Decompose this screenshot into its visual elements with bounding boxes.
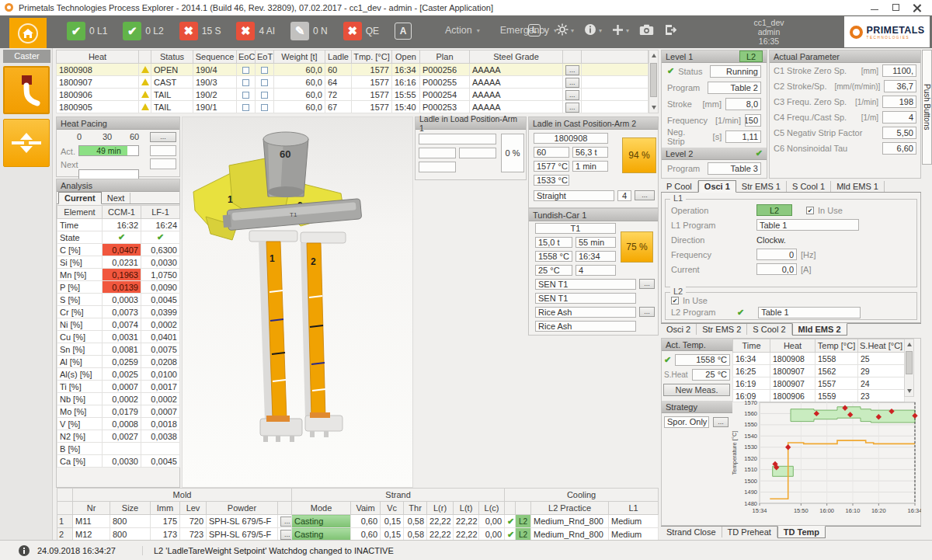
heat-more-button[interactable]: ... <box>565 78 579 88</box>
heat-more-button[interactable]: ... <box>565 103 579 113</box>
sidebar-mold-button[interactable] <box>3 119 50 167</box>
heat-row[interactable]: 1800905 TAIL 190/1 60,0 67 1577 15:40 P0… <box>57 101 649 113</box>
status-indicator[interactable]: ✔ 0 L2 <box>123 22 163 40</box>
temp-row[interactable]: 16:34 1800908 1558 25 <box>733 353 905 365</box>
osci-tab[interactable]: P Cool <box>661 181 698 192</box>
osci-tab[interactable]: Str EMS 1 <box>736 181 787 192</box>
level1-negstrip-field[interactable]: 1,11 <box>725 130 761 143</box>
td-temp-chart[interactable]: 1480149015001510152015301540155015601570… <box>730 398 921 525</box>
analysis-row[interactable]: P [%] 0,0139 0,0090 <box>57 281 180 294</box>
analysis-row[interactable]: Cr [%] 0,0073 0,0399 <box>57 306 180 318</box>
analysis-row[interactable]: Cu [%] 0,0031 0,0401 <box>57 331 180 343</box>
l1-current-field[interactable]: 0,0 <box>756 263 797 275</box>
l2-in-use-checkbox[interactable]: ✔ <box>671 297 679 304</box>
status-indicator[interactable]: ✎ 0 N <box>290 22 328 40</box>
add-menu-button[interactable]: ▾ <box>612 24 629 37</box>
osci-tab[interactable]: Osci 1 <box>698 180 736 193</box>
l2-program-field[interactable]: Table 1 <box>758 307 861 318</box>
push-buttons-tab[interactable]: Push Buttons <box>922 50 932 165</box>
parameter-value-field[interactable]: 5,50 <box>882 127 916 139</box>
heat-row[interactable]: 1800906 TAIL 190/2 60,0 72 1577 15:55 P0… <box>57 89 649 101</box>
strand-row[interactable]: 2 M12 800 173 723 SPH-SL 679/5-F ... Cas… <box>57 528 659 541</box>
sen-more-button[interactable]: ... <box>639 279 655 289</box>
analysis-row[interactable]: Time 16:32 16:24 <box>57 219 180 231</box>
cast-more-button[interactable]: ... <box>635 190 655 200</box>
level1-frequency-field[interactable]: 150 <box>745 114 761 127</box>
maximize-button[interactable] <box>892 4 899 11</box>
eoc-checkbox[interactable] <box>242 92 249 99</box>
temp-table-scrollbar[interactable] <box>904 339 914 397</box>
act-temp-value-field[interactable]: 1558 °C <box>675 354 730 366</box>
bottom-tab[interactable]: Strand Close <box>661 527 722 537</box>
load-temp-field[interactable] <box>419 162 456 172</box>
l1-program-field[interactable]: Table 1 <box>756 219 859 231</box>
powder-more-button[interactable]: ... <box>639 307 655 317</box>
heat-more-button[interactable]: ... <box>565 65 579 75</box>
cast-time-field[interactable]: 1 min <box>572 161 608 172</box>
strand-row[interactable]: 1 M11 800 175 720 SPH-SL 679/5-F ... Cas… <box>57 515 659 528</box>
scroll-down-icon[interactable] <box>652 106 656 110</box>
tundish-age-field[interactable]: 55 min <box>576 237 616 248</box>
status-indicator[interactable]: ✔ 0 L1 <box>67 22 107 40</box>
action-menu[interactable]: Action▾ <box>445 25 480 36</box>
cast-shroud-field[interactable]: Straight <box>534 190 614 201</box>
analysis-row[interactable]: Sn [%] 0,0081 0,0075 <box>57 343 180 356</box>
heat-row[interactable]: 1800907 CAST 190/3 60,0 64 1577 16:16 P0… <box>57 76 649 89</box>
analysis-row[interactable]: Al(s) [%] 0,0025 0,0100 <box>57 368 180 381</box>
eoc-checkbox[interactable] <box>242 67 249 74</box>
osci-tab-2[interactable]: Osci 2 <box>661 324 697 335</box>
logout-button[interactable] <box>664 24 677 37</box>
scroll-up-icon[interactable] <box>907 343 912 346</box>
sen1-field[interactable]: SEN T1 <box>535 279 636 290</box>
sidebar-caster-machine-button[interactable] <box>3 66 50 114</box>
heat-pacing-next-box[interactable] <box>150 158 176 169</box>
eot-checkbox[interactable] <box>261 104 268 111</box>
tundish-count-field[interactable]: 4 <box>576 265 616 276</box>
analysis-row[interactable]: Mn [%] 0,1963 1,0750 <box>57 269 180 281</box>
heat-more-button[interactable]: ... <box>565 90 579 100</box>
parameter-value-field[interactable]: 36,7 <box>884 80 916 92</box>
analysis-row[interactable]: Ca [%] 0,0030 0,0045 <box>57 455 180 468</box>
eoc-checkbox[interactable] <box>242 104 249 111</box>
status-indicator[interactable]: A <box>395 23 416 40</box>
parameter-value-field[interactable]: 6,60 <box>882 142 916 155</box>
tundish-name-field[interactable]: T1 <box>535 223 616 234</box>
status-indicator[interactable]: ✖ 4 AI <box>236 22 275 40</box>
info-menu-button[interactable]: ▾ <box>584 23 602 37</box>
eot-checkbox[interactable] <box>261 67 268 74</box>
heat-pacing-act-box[interactable] <box>150 145 176 156</box>
load-ladle-field[interactable] <box>419 148 456 158</box>
scroll-up-icon[interactable] <box>652 54 656 57</box>
analysis-row[interactable]: Nb [%] 0,0002 0,0002 <box>57 393 180 405</box>
strategy-field[interactable]: Spor. Only <box>664 416 709 428</box>
status-indicator[interactable]: ✖ 15 S <box>179 22 221 40</box>
load-heat-field[interactable] <box>419 134 496 144</box>
analysis-row[interactable]: Ti [%] 0,0007 0,0017 <box>57 381 180 393</box>
cast-temp-field[interactable]: 1577 °C <box>534 161 569 172</box>
temp-row[interactable]: 16:25 1800907 1562 29 <box>733 365 905 377</box>
superheat-value-field[interactable]: 25 °C <box>692 369 730 381</box>
screenshot-button[interactable] <box>639 24 654 37</box>
analysis-row[interactable]: V [%] 0,0008 0,0018 <box>57 418 180 430</box>
parameter-value-field[interactable]: 198 <box>882 96 916 108</box>
analysis-row[interactable]: Ni [%] 0,0074 0,0002 <box>57 318 180 331</box>
tundish-weight-field[interactable]: 15,0 t <box>535 237 572 248</box>
osci-tab[interactable]: Mld EMS 1 <box>831 181 885 192</box>
close-button[interactable] <box>913 4 921 12</box>
analysis-tab[interactable]: Next <box>102 193 131 203</box>
settings-menu-button[interactable]: ▾ <box>556 23 574 37</box>
tundish-temp-field[interactable]: 1558 °C <box>535 251 572 262</box>
home-button[interactable] <box>9 18 47 48</box>
cast-count-field[interactable]: 4 <box>617 190 631 201</box>
osci-tab[interactable]: S Cool 1 <box>787 181 831 192</box>
scrollbar-thumb[interactable] <box>906 351 913 374</box>
eot-checkbox[interactable] <box>261 92 268 99</box>
analysis-row[interactable]: State ✔ ✔ <box>57 231 180 244</box>
analysis-row[interactable]: Al [%] 0,0259 0,0208 <box>57 356 180 368</box>
heat-table-scrollbar[interactable] <box>649 50 659 113</box>
level1-status-field[interactable]: Running <box>710 65 761 78</box>
powder1-field[interactable]: Rice Ash <box>535 307 636 318</box>
eoc-checkbox[interactable] <box>242 79 249 86</box>
osci-tab-2[interactable]: S Cool 2 <box>747 324 791 335</box>
heat-row[interactable]: 1800908 OPEN 190/4 60,0 60 1577 16:34 P0… <box>57 64 649 76</box>
